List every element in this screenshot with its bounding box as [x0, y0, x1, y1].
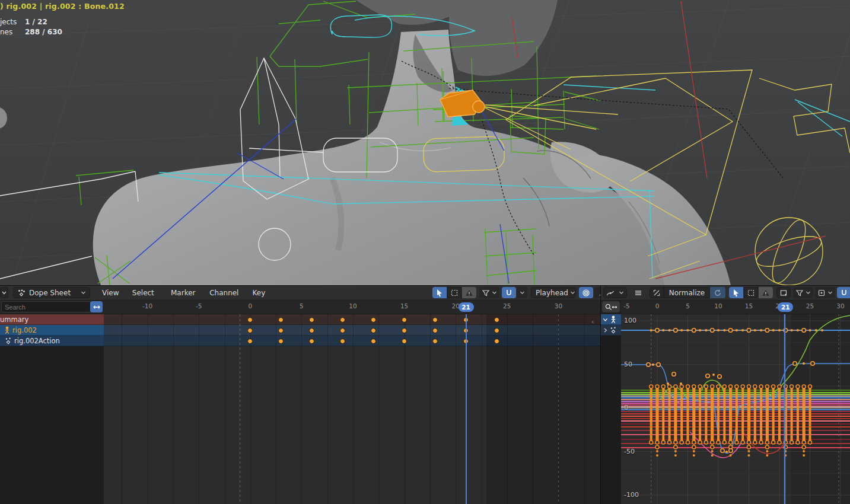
- keyframe-column[interactable]: [741, 387, 744, 442]
- keyframe-column[interactable]: [662, 387, 664, 442]
- search-input[interactable]: [1, 301, 91, 312]
- region-flyout-arrow[interactable]: ‹: [591, 318, 594, 326]
- snapping-dropdown[interactable]: [517, 287, 527, 298]
- handle-point[interactable]: [717, 329, 720, 331]
- keyframe-point[interactable]: [655, 328, 659, 332]
- keyframe-column[interactable]: [778, 387, 781, 442]
- handle-point[interactable]: [797, 329, 799, 331]
- keyframe-dot[interactable]: [432, 317, 438, 323]
- keyframe-column[interactable]: [705, 387, 707, 442]
- filter-dropdown[interactable]: [793, 287, 813, 298]
- filter-dropdown[interactable]: [479, 287, 499, 298]
- keyframe-dot[interactable]: [494, 328, 499, 333]
- handle-point[interactable]: [772, 329, 775, 331]
- keyframe-dot[interactable]: [402, 339, 407, 344]
- handle-point[interactable]: [778, 329, 781, 331]
- keyframe-dot[interactable]: [247, 317, 253, 323]
- keyframe-column[interactable]: [729, 387, 732, 442]
- menu-marker[interactable]: Marker: [167, 286, 199, 300]
- keyframe-point[interactable]: [657, 363, 660, 366]
- keyframe-point[interactable]: [793, 362, 797, 365]
- handle-point[interactable]: [686, 329, 689, 331]
- menu-select[interactable]: Select: [129, 286, 158, 300]
- keyframe-dot[interactable]: [278, 317, 284, 323]
- keyframe-dot[interactable]: [247, 339, 253, 344]
- graph-ruler[interactable]: -5051015202530 21: [621, 301, 850, 314]
- keyframe-point[interactable]: [647, 363, 650, 366]
- tweak-tool-button[interactable]: [729, 287, 743, 298]
- playhead-line[interactable]: [466, 314, 467, 504]
- handle-point[interactable]: [652, 363, 654, 366]
- handle-point[interactable]: [754, 329, 756, 331]
- keyframe-point[interactable]: [765, 328, 769, 332]
- keyframe-point[interactable]: [721, 449, 724, 452]
- keyframe-column[interactable]: [680, 387, 683, 442]
- handle-point[interactable]: [699, 329, 701, 331]
- proportional-edit-button[interactable]: [579, 287, 593, 298]
- keyframe-point[interactable]: [747, 328, 750, 332]
- handle-point[interactable]: [723, 329, 725, 331]
- channel-row-armature[interactable]: [601, 314, 621, 325]
- keyframe-column[interactable]: [766, 387, 769, 442]
- frame-view-button[interactable]: [776, 287, 791, 298]
- pivot-point-dropdown[interactable]: [815, 287, 835, 298]
- playhead-chip[interactable]: 21: [459, 302, 474, 312]
- keyframe-dot[interactable]: [432, 328, 438, 333]
- keyframe-column[interactable]: [760, 387, 762, 442]
- handle-point[interactable]: [668, 329, 671, 331]
- handle-point[interactable]: [650, 329, 652, 331]
- keyframe-dot[interactable]: [309, 328, 314, 333]
- editor-type-dropdown[interactable]: [0, 287, 8, 298]
- keyframe-column[interactable]: [650, 387, 652, 442]
- menu-view[interactable]: View: [98, 286, 122, 300]
- keyframe-point[interactable]: [811, 362, 814, 365]
- keyframe-column[interactable]: [736, 387, 738, 442]
- keyframe-dot[interactable]: [371, 339, 376, 344]
- keyframe-dot[interactable]: [402, 317, 407, 323]
- box-select-tool-button[interactable]: [744, 287, 758, 298]
- handle-point[interactable]: [791, 329, 793, 331]
- keyframe-column[interactable]: [711, 387, 714, 442]
- keyframe-column[interactable]: [754, 387, 756, 442]
- handle-point[interactable]: [662, 329, 664, 331]
- handle-point[interactable]: [803, 362, 805, 365]
- keyframe-point[interactable]: [718, 375, 721, 378]
- keyframe-dot[interactable]: [278, 339, 284, 344]
- keyframe-dot[interactable]: [494, 317, 499, 323]
- snapping-button[interactable]: [502, 287, 516, 298]
- channel-row-rig.002Action[interactable]: rig.002Action: [0, 336, 104, 346]
- box-select-tool-button[interactable]: [447, 287, 461, 298]
- normalize-toggle-button[interactable]: Normalize: [664, 287, 710, 298]
- keyframe-dot[interactable]: [278, 328, 284, 333]
- editor-mode-dropdown[interactable]: Dope Sheet: [13, 287, 90, 298]
- channel-row-rig.002[interactable]: rig.002: [0, 325, 104, 336]
- keyframe-point[interactable]: [802, 328, 806, 332]
- keyframe-column[interactable]: [747, 387, 750, 442]
- keyframe-point[interactable]: [711, 328, 714, 332]
- 3d-viewport[interactable]: ) rig.002 | rig.002 : Bone.012 jects1 / …: [0, 0, 850, 285]
- handle-point[interactable]: [815, 329, 817, 331]
- keyframe-dot[interactable]: [432, 339, 438, 344]
- keyframe-column[interactable]: [674, 387, 677, 442]
- keyframe-dot[interactable]: [309, 317, 314, 323]
- keyframe-point[interactable]: [729, 449, 733, 452]
- editor-type-dropdown[interactable]: [603, 287, 627, 298]
- keyframe-dot[interactable]: [309, 339, 314, 344]
- normalize-auto-refresh-button[interactable]: [710, 287, 725, 298]
- keyframe-column[interactable]: [692, 387, 695, 442]
- graph-curve-area[interactable]: 100500-50-100: [601, 314, 850, 504]
- keyframe-dot[interactable]: [340, 328, 345, 333]
- keyframe-column[interactable]: [687, 387, 689, 442]
- keyframe-column[interactable]: [668, 387, 671, 442]
- keyframe-point[interactable]: [728, 328, 732, 332]
- keyframe-column[interactable]: [772, 387, 775, 442]
- handle-point[interactable]: [680, 382, 682, 385]
- keyframe-column[interactable]: [655, 387, 658, 442]
- handle-point[interactable]: [741, 329, 744, 331]
- keyframe-dot[interactable]: [371, 317, 376, 323]
- normalize-icon-button[interactable]: [650, 287, 664, 298]
- keyframe-column[interactable]: [699, 387, 701, 442]
- search-filter-button[interactable]: [602, 301, 620, 312]
- snap-target-dropdown[interactable]: Playhead: [531, 287, 576, 298]
- handle-point[interactable]: [808, 329, 811, 331]
